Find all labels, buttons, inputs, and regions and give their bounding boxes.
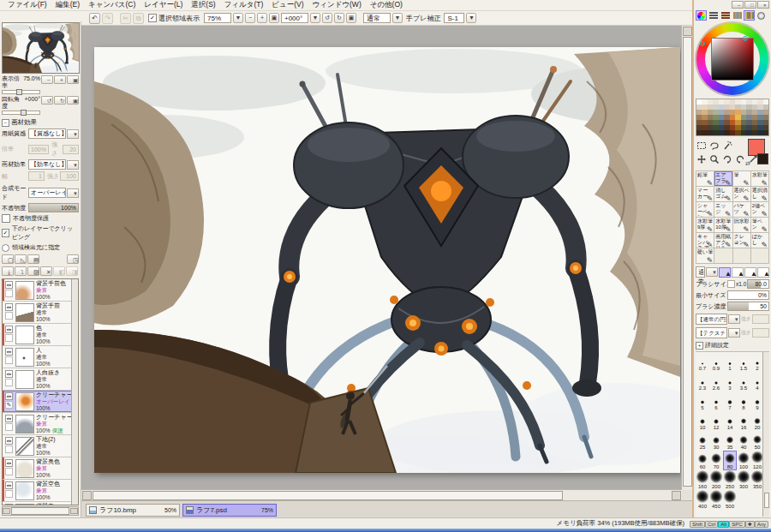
paint-blend-dropdown[interactable]: ▼ [392, 13, 403, 23]
view-zoom-slider-thumb[interactable] [16, 89, 22, 95]
brush-preset[interactable]: エアブラシ✎ [714, 171, 732, 187]
rect-select-tool[interactable] [696, 140, 707, 152]
menu-item[interactable]: その他(O) [366, 0, 407, 9]
brush-size-preset[interactable]: 70 [709, 451, 723, 470]
expand-icon[interactable]: + [696, 342, 703, 350]
paint-blend-select[interactable]: 通常 [363, 13, 391, 23]
clipping-group-checkbox[interactable]: ✓ [2, 229, 9, 237]
brush-preset[interactable]: シャーペン✎ [696, 202, 714, 218]
zoom-reset-button[interactable]: ▣ [269, 13, 279, 23]
angle-dropdown-button[interactable]: ▼ [310, 13, 320, 23]
zoom-tool[interactable] [708, 154, 720, 165]
layer-visibility-toggle[interactable] [5, 504, 13, 505]
layer-visibility-toggle[interactable] [5, 392, 13, 400]
brush-size-preset[interactable]: 500 [723, 490, 737, 510]
layer-row[interactable]: 人白抜き通常100% [3, 368, 72, 391]
brush-size-preset[interactable]: 40 [737, 431, 750, 451]
layer-list-horizontal-scrollbar[interactable] [2, 506, 79, 516]
scroll-left-arrow[interactable] [3, 508, 10, 514]
undo-button[interactable]: ↶ [89, 13, 100, 24]
color-wheel[interactable] [696, 22, 769, 96]
zoom-in-button[interactable]: + [257, 13, 267, 23]
layer-row[interactable]: 色通常100% [3, 324, 72, 346]
layer-row[interactable]: ✎クリーチャーオ..オーバーレイ100% [3, 391, 72, 413]
scrollbar-thumb[interactable] [11, 507, 69, 515]
brush-size-preset[interactable]: 16 [737, 411, 750, 431]
layer-mask-button[interactable]: ◳ [67, 254, 79, 264]
layer-visibility-toggle[interactable] [5, 326, 13, 333]
layer-extra1-button[interactable]: ◧ [53, 266, 65, 276]
color-swatch[interactable] [763, 130, 768, 135]
brush-size-preset[interactable]: 0.9 [709, 352, 723, 372]
stabilizer-dropdown[interactable]: ▼ [466, 13, 476, 23]
layer-row[interactable]: 背景手前通常100% [3, 302, 72, 324]
new-layer-button[interactable]: ▢ [2, 254, 14, 264]
scroll-left-button[interactable] [82, 491, 92, 500]
brush-preset[interactable]: マーカー✎ [696, 187, 714, 202]
delete-layer-button[interactable]: ✕ [40, 266, 52, 276]
menu-item[interactable]: フィルタ(T) [220, 0, 268, 9]
advanced-settings-section[interactable]: + 詳細設定 [696, 341, 769, 350]
brush-size-preset[interactable]: 2.6 [709, 372, 723, 392]
rotate-cw-button[interactable]: ↻ [334, 13, 344, 23]
navigator-rotate-reset-button[interactable]: ▣ [67, 96, 79, 105]
brush-preset[interactable]: エッジ✎ [714, 202, 732, 218]
layer-row[interactable]: 人通常100% [3, 346, 72, 368]
menu-item[interactable]: ファイル(F) [3, 0, 51, 9]
brush-preset[interactable]: 旧水彩✎ [733, 218, 751, 233]
layer-opacity-slider[interactable]: 100% [28, 203, 79, 212]
brush-size-preset[interactable]: 3.5 [737, 372, 750, 392]
view-angle-slider-thumb[interactable] [21, 110, 27, 116]
brush-preset[interactable]: 選択消し✎ [751, 187, 769, 202]
layer-visibility-toggle[interactable] [5, 370, 13, 378]
navigator-zoom-reset-button[interactable]: ▣ [67, 75, 79, 84]
menu-item[interactable]: 編集(E) [51, 0, 84, 9]
brush-tip-shape-4[interactable]: ▲ [757, 267, 769, 278]
navigator-zoom-out-button[interactable]: − [41, 75, 53, 84]
canvas-horizontal-scrollbar[interactable] [81, 489, 682, 500]
swatches-tab[interactable] [744, 10, 755, 21]
opacity-protect-checkbox[interactable] [2, 214, 10, 223]
canvas-viewport[interactable] [81, 26, 692, 500]
brush-texture-dropdown[interactable]: ▼ [728, 328, 740, 338]
brush-size-preset[interactable]: 100 [737, 451, 750, 470]
brush-size-preset[interactable]: 6 [709, 392, 723, 411]
selection-source-radio[interactable] [2, 244, 9, 252]
paper-texture-select[interactable]: 【質感なし】 [28, 129, 66, 139]
size-presets-scrollbar[interactable] [762, 352, 769, 517]
move-tool[interactable] [696, 154, 707, 165]
brush-preset[interactable]: 筆ペン✎ [751, 218, 769, 233]
scratchpad-tab[interactable] [756, 10, 767, 21]
scroll-right-arrow[interactable] [70, 508, 78, 514]
layer-row[interactable]: 背景奥色乗算100% [3, 457, 72, 480]
brush-preset[interactable]: キャンバス アクリル✎ [696, 233, 714, 248]
clipping-group-option[interactable]: ✓ 下のレイヤーでクリッピング [2, 224, 79, 242]
saturation-value-square[interactable] [711, 38, 754, 81]
stabilizer-select[interactable]: S-1 [444, 13, 464, 23]
brush-size-preset[interactable]: 25 [696, 431, 709, 451]
merge-down-button[interactable]: ⤵ [15, 266, 27, 276]
brush-size-preset[interactable]: 1 [723, 352, 737, 372]
layer-extra2-button[interactable]: ◨ [66, 266, 78, 276]
angle-reset-button[interactable]: ▣ [346, 13, 356, 23]
color-wheel-tab[interactable] [696, 10, 707, 21]
minimize-button[interactable]: − [732, 1, 744, 9]
brush-tip-shape-2[interactable]: ▲ [732, 267, 744, 278]
reset-view-tool[interactable] [734, 154, 745, 165]
min-size-slider[interactable]: 0% [727, 290, 769, 300]
layer-visibility-toggle[interactable] [5, 303, 13, 311]
material-effect-select[interactable]: 【効果なし】 [28, 159, 66, 170]
brush-preset[interactable]: 選択ペン✎ [733, 187, 751, 202]
brush-tip-shape-1[interactable]: ▲ [719, 267, 731, 278]
brush-preset[interactable]: 水彩筆9厚✎ [696, 218, 714, 233]
brush-size-preset[interactable]: 8 [737, 392, 750, 411]
view-zoom-slider[interactable] [2, 90, 40, 94]
brush-preset[interactable]: 筆✎ [733, 171, 751, 187]
selection-visible-option[interactable]: ✓ 選択領域表示 [148, 14, 200, 23]
document-tab-rough10[interactable]: ラフ10.bmp 50% [86, 504, 180, 517]
layer-row[interactable]: クリーチャー色乗算100%保護 [3, 413, 72, 435]
brush-size-preset[interactable]: 7 [723, 392, 737, 411]
brush-preset[interactable]: 鉛筆✎ [696, 171, 714, 187]
vertical-scrollbar-thumb[interactable] [683, 37, 692, 487]
brush-size-preset[interactable]: 2.3 [696, 372, 709, 392]
